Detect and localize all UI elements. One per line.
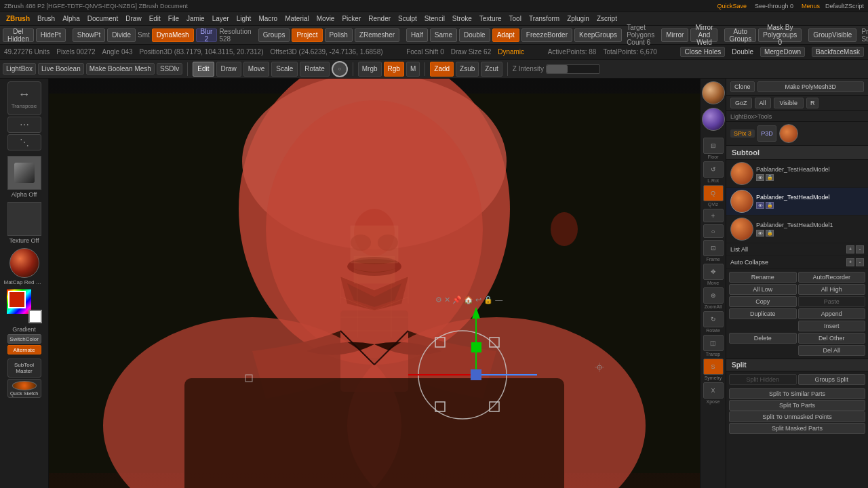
color-fg[interactable] xyxy=(8,291,26,308)
clone-btn[interactable]: Clone xyxy=(730,81,755,92)
menu-render[interactable]: Render xyxy=(365,14,394,24)
edit-btn[interactable]: Edit xyxy=(193,62,214,77)
switch-color-btn[interactable]: SwitchColor xyxy=(7,334,41,344)
r-btn[interactable]: R xyxy=(806,98,819,108)
subtool-item-3[interactable]: Pablander_TestHeadModel1 👁 🔒 xyxy=(726,216,868,243)
lock-icon-3[interactable]: 🔒 xyxy=(766,230,774,237)
auto-recorder-btn[interactable]: AutoRecorder xyxy=(798,272,866,283)
floor-btn[interactable]: ⊟ Floor xyxy=(703,138,724,159)
seethrough-btn[interactable]: See-through 0 xyxy=(755,3,793,9)
paste-btn[interactable]: Paste xyxy=(798,296,866,307)
quick-save-btn[interactable]: QuickSave xyxy=(717,3,747,9)
split-to-parts-btn[interactable]: Split To Parts xyxy=(729,400,865,411)
split-hidden-btn[interactable]: Split Hidden xyxy=(729,374,797,385)
m-btn[interactable]: M xyxy=(406,62,420,77)
scale-btn[interactable]: Scale xyxy=(271,62,298,77)
menu-file[interactable]: File xyxy=(165,14,182,24)
menu-texture[interactable]: Texture xyxy=(476,14,505,24)
menu-alpha[interactable]: Alpha xyxy=(59,14,83,24)
rotate-btn[interactable]: Rotate xyxy=(300,62,329,77)
divide-btn[interactable]: Divide xyxy=(107,28,136,42)
transp-btn[interactable]: ◫ Transp xyxy=(703,335,724,357)
live-boolean-label[interactable]: Live Boolean xyxy=(38,63,84,75)
lightbox-tools-label[interactable]: LightBox>Tools xyxy=(730,113,772,120)
double-btn[interactable]: Double xyxy=(459,28,490,42)
dynaMesh-btn[interactable]: DynaMesh xyxy=(152,28,194,42)
mirror-btn[interactable]: Mirror xyxy=(661,28,688,42)
menu-stencil[interactable]: Stencil xyxy=(421,14,448,24)
menu-zbrush[interactable]: ZBrush xyxy=(3,14,33,24)
all-low-btn[interactable]: All Low xyxy=(729,284,797,295)
zadd-btn[interactable]: Zadd xyxy=(430,62,454,77)
color-bg[interactable] xyxy=(28,310,42,323)
texture-preview[interactable] xyxy=(7,202,41,236)
xpose-btn[interactable]: X Xpose xyxy=(703,382,724,404)
make-polymesh3d-btn[interactable]: Make PolyMesh3D xyxy=(757,81,864,92)
dots2-btn[interactable]: ⋱ xyxy=(7,134,41,150)
groups-btn[interactable]: Groups xyxy=(258,28,290,42)
transpose-btn[interactable]: ↔ Transpose xyxy=(7,81,41,115)
duplicate-btn[interactable]: Duplicate xyxy=(729,308,797,319)
append-btn[interactable]: Append xyxy=(798,308,866,319)
double-label[interactable]: Double xyxy=(732,48,753,56)
lock-icon-1[interactable]: 🔒 xyxy=(766,174,774,181)
subtool-item-1[interactable]: Pablander_TestHeadModel 👁 🔒 xyxy=(726,160,868,188)
groups-split-btn[interactable]: Groups Split xyxy=(798,374,866,385)
brush-sphere3d-thumb[interactable] xyxy=(702,81,725,104)
subtool-item-2[interactable]: Pablander_TestHeadModel 👁 🔒 xyxy=(726,188,868,216)
menu-layer[interactable]: Layer xyxy=(209,14,233,24)
default-zscript-btn[interactable]: DefaultZScript xyxy=(825,3,864,9)
del-all-btn[interactable]: Del All xyxy=(798,345,866,356)
pablander-thumb1[interactable] xyxy=(779,124,798,143)
rotate-view-btn[interactable]: ↻ Rotate xyxy=(703,311,724,333)
dots-btn[interactable]: ⋯ xyxy=(7,117,41,133)
gradient-label[interactable]: Gradient xyxy=(12,326,36,333)
auto-collapse-btn[interactable]: Auto Collapse xyxy=(730,259,844,266)
matcap-label[interactable]: MatCap Red Wa... xyxy=(4,279,45,285)
split-to-similar-btn[interactable]: Split To Similar Parts xyxy=(729,388,865,399)
adapt-btn[interactable]: Adapt xyxy=(492,28,519,42)
copy-btn[interactable]: Copy xyxy=(729,296,797,307)
menu-picker[interactable]: Picker xyxy=(338,14,364,24)
menu-stroke[interactable]: Stroke xyxy=(449,14,475,24)
menu-document[interactable]: Document xyxy=(84,14,122,24)
rename-btn[interactable]: Rename xyxy=(729,272,797,283)
merge-down-btn[interactable]: MergeDown xyxy=(760,47,805,57)
menu-jamie[interactable]: Jamie xyxy=(183,14,208,24)
delete-btn[interactable]: Delete xyxy=(729,333,797,344)
menu-edit[interactable]: Edit xyxy=(146,14,164,24)
close-holes-btn[interactable]: Close Holes xyxy=(680,47,725,57)
menus-btn[interactable]: Menus xyxy=(802,3,820,9)
mask-by-polygroups-btn[interactable]: Mask By Polygroups 0 xyxy=(758,28,802,42)
del-hidden-btn[interactable]: Del Hidden xyxy=(3,28,34,42)
same-btn[interactable]: Same xyxy=(430,28,457,42)
draw-btn[interactable]: Draw xyxy=(216,62,241,77)
goz-btn[interactable]: GoZ xyxy=(730,98,752,108)
frame-btn[interactable]: ⊡ Frame xyxy=(703,240,724,262)
menu-transform[interactable]: Transform xyxy=(526,14,563,24)
keepGroups-btn[interactable]: KeepGroups xyxy=(574,28,622,42)
quick-sketch-btn[interactable]: Quick Sketch xyxy=(7,379,41,398)
list-all-btn[interactable]: List All xyxy=(730,246,844,253)
qviz-btn[interactable]: Q QViz xyxy=(703,185,724,207)
freezeBorder-btn[interactable]: FreezeBorder xyxy=(521,28,572,42)
mirror-and-weld-btn[interactable]: Mirror And Weld xyxy=(690,28,717,42)
all-btn[interactable]: All xyxy=(755,98,771,108)
menu-tool[interactable]: Tool xyxy=(506,14,525,24)
lock-icon-2[interactable]: 🔒 xyxy=(766,202,774,209)
menu-material[interactable]: Material xyxy=(281,14,313,24)
matcap-preview[interactable] xyxy=(9,248,39,278)
project-btn[interactable]: Project xyxy=(292,28,322,42)
alpha-off-label[interactable]: Alpha Off xyxy=(12,191,37,198)
eye-icon-1[interactable]: 👁 xyxy=(756,174,764,181)
move-btn[interactable]: Move xyxy=(243,62,269,77)
symetry-btn[interactable]: S Symetry xyxy=(703,359,724,380)
del-other-btn[interactable]: Del Other xyxy=(798,333,866,344)
brush-simplebr-thumb[interactable] xyxy=(702,108,725,131)
circle-btn[interactable]: ○ xyxy=(703,224,724,238)
texture-off-label[interactable]: Texture Off xyxy=(9,237,39,244)
menu-zplugin[interactable]: Zplugin xyxy=(564,14,593,24)
menu-brush[interactable]: Brush xyxy=(34,14,58,24)
ssdiv-label[interactable]: SSDIv xyxy=(157,63,182,75)
show-pt-btn[interactable]: ShowPt xyxy=(73,28,105,42)
